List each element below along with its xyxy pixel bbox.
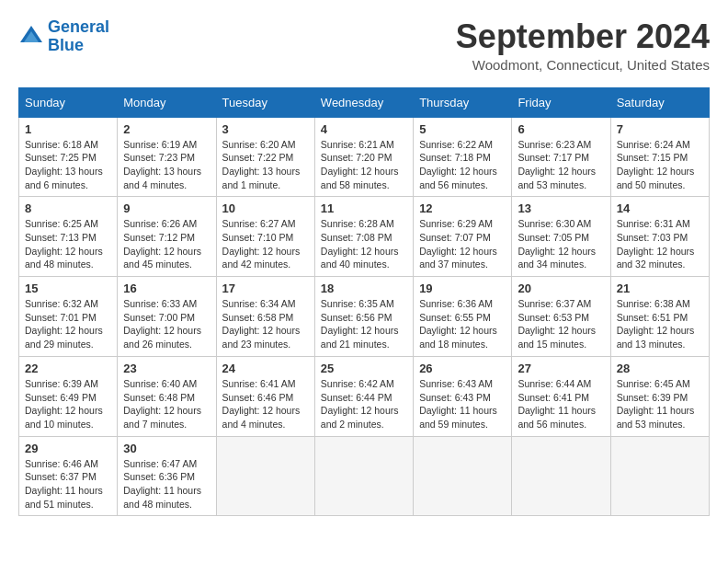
day-header-tuesday: Tuesday — [216, 87, 314, 117]
calendar-cell: 23Sunrise: 6:40 AM Sunset: 6:48 PM Dayli… — [118, 356, 216, 436]
day-number: 15 — [25, 282, 111, 295]
day-number: 17 — [222, 282, 309, 295]
calendar-cell: 10Sunrise: 6:27 AM Sunset: 7:10 PM Dayli… — [216, 197, 314, 277]
calendar-cell: 14Sunrise: 6:31 AM Sunset: 7:03 PM Dayli… — [610, 197, 709, 277]
day-number: 3 — [222, 122, 309, 136]
day-number: 2 — [123, 122, 210, 136]
day-info: Sunrise: 6:34 AM Sunset: 6:58 PM Dayligh… — [222, 297, 309, 351]
day-number: 5 — [419, 122, 506, 136]
day-info: Sunrise: 6:45 AM Sunset: 6:39 PM Dayligh… — [617, 377, 703, 431]
day-info: Sunrise: 6:23 AM Sunset: 7:17 PM Dayligh… — [518, 138, 604, 192]
day-info: Sunrise: 6:41 AM Sunset: 6:46 PM Dayligh… — [222, 377, 309, 431]
calendar-week-4: 22Sunrise: 6:39 AM Sunset: 6:49 PM Dayli… — [19, 356, 710, 436]
calendar-cell: 25Sunrise: 6:42 AM Sunset: 6:44 PM Dayli… — [314, 356, 413, 436]
day-number: 24 — [222, 362, 309, 375]
day-info: Sunrise: 6:43 AM Sunset: 6:43 PM Dayligh… — [419, 377, 506, 431]
day-info: Sunrise: 6:33 AM Sunset: 7:00 PM Dayligh… — [123, 297, 210, 351]
logo-text: General Blue — [48, 18, 109, 55]
calendar-cell: 6Sunrise: 6:23 AM Sunset: 7:17 PM Daylig… — [512, 117, 610, 197]
day-number: 8 — [25, 201, 111, 215]
day-info: Sunrise: 6:44 AM Sunset: 6:41 PM Dayligh… — [518, 377, 604, 431]
day-number: 25 — [321, 362, 407, 375]
calendar-week-5: 29Sunrise: 6:46 AM Sunset: 6:37 PM Dayli… — [19, 436, 710, 516]
day-header-sunday: Sunday — [19, 87, 118, 117]
day-number: 26 — [419, 362, 506, 375]
day-info: Sunrise: 6:28 AM Sunset: 7:08 PM Dayligh… — [321, 217, 407, 271]
day-number: 23 — [123, 362, 210, 375]
calendar-cell: 20Sunrise: 6:37 AM Sunset: 6:53 PM Dayli… — [512, 277, 610, 357]
day-header-friday: Friday — [512, 87, 610, 117]
day-number: 4 — [321, 122, 407, 136]
calendar-cell: 28Sunrise: 6:45 AM Sunset: 6:39 PM Dayli… — [610, 356, 709, 436]
day-info: Sunrise: 6:32 AM Sunset: 7:01 PM Dayligh… — [25, 297, 111, 351]
day-info: Sunrise: 6:31 AM Sunset: 7:03 PM Dayligh… — [617, 217, 703, 271]
day-info: Sunrise: 6:19 AM Sunset: 7:23 PM Dayligh… — [123, 138, 210, 192]
day-header-wednesday: Wednesday — [314, 87, 413, 117]
calendar-cell: 3Sunrise: 6:20 AM Sunset: 7:22 PM Daylig… — [216, 117, 314, 197]
month-title: September 2024 — [456, 18, 710, 55]
calendar-cell: 15Sunrise: 6:32 AM Sunset: 7:01 PM Dayli… — [19, 277, 118, 357]
day-number: 20 — [518, 282, 604, 295]
day-info: Sunrise: 6:38 AM Sunset: 6:51 PM Dayligh… — [617, 297, 703, 351]
calendar-cell: 11Sunrise: 6:28 AM Sunset: 7:08 PM Dayli… — [314, 197, 413, 277]
day-header-saturday: Saturday — [610, 87, 709, 117]
day-number: 28 — [617, 362, 703, 375]
calendar-cell: 27Sunrise: 6:44 AM Sunset: 6:41 PM Dayli… — [512, 356, 610, 436]
calendar-week-1: 1Sunrise: 6:18 AM Sunset: 7:25 PM Daylig… — [19, 117, 710, 197]
day-number: 9 — [123, 201, 210, 215]
day-info: Sunrise: 6:46 AM Sunset: 6:37 PM Dayligh… — [25, 457, 111, 511]
calendar-cell: 8Sunrise: 6:25 AM Sunset: 7:13 PM Daylig… — [19, 197, 118, 277]
logo-icon — [18, 24, 44, 50]
calendar-cell — [216, 436, 314, 516]
calendar-cell: 16Sunrise: 6:33 AM Sunset: 7:00 PM Dayli… — [118, 277, 216, 357]
calendar-cell: 29Sunrise: 6:46 AM Sunset: 6:37 PM Dayli… — [19, 436, 118, 516]
calendar-cell — [414, 436, 512, 516]
day-number: 14 — [617, 201, 703, 215]
calendar-cell: 2Sunrise: 6:19 AM Sunset: 7:23 PM Daylig… — [118, 117, 216, 197]
day-info: Sunrise: 6:42 AM Sunset: 6:44 PM Dayligh… — [321, 377, 407, 431]
day-info: Sunrise: 6:18 AM Sunset: 7:25 PM Dayligh… — [25, 138, 111, 192]
day-info: Sunrise: 6:20 AM Sunset: 7:22 PM Dayligh… — [222, 138, 309, 192]
day-number: 13 — [518, 201, 604, 215]
day-info: Sunrise: 6:29 AM Sunset: 7:07 PM Dayligh… — [419, 217, 506, 271]
day-number: 11 — [321, 201, 407, 215]
day-number: 29 — [25, 442, 111, 455]
day-number: 19 — [419, 282, 506, 295]
day-number: 27 — [518, 362, 604, 375]
day-info: Sunrise: 6:25 AM Sunset: 7:13 PM Dayligh… — [25, 217, 111, 271]
calendar-cell: 13Sunrise: 6:30 AM Sunset: 7:05 PM Dayli… — [512, 197, 610, 277]
day-number: 30 — [123, 442, 210, 455]
calendar-table: SundayMondayTuesdayWednesdayThursdayFrid… — [18, 87, 710, 517]
calendar-cell: 24Sunrise: 6:41 AM Sunset: 6:46 PM Dayli… — [216, 356, 314, 436]
day-info: Sunrise: 6:24 AM Sunset: 7:15 PM Dayligh… — [617, 138, 703, 192]
day-info: Sunrise: 6:22 AM Sunset: 7:18 PM Dayligh… — [419, 138, 506, 192]
day-info: Sunrise: 6:47 AM Sunset: 6:36 PM Dayligh… — [123, 457, 210, 511]
calendar-cell — [314, 436, 413, 516]
day-number: 16 — [123, 282, 210, 295]
page-header: General Blue September 2024 Woodmont, Co… — [18, 18, 710, 73]
calendar-cell: 5Sunrise: 6:22 AM Sunset: 7:18 PM Daylig… — [414, 117, 512, 197]
day-number: 7 — [617, 122, 703, 136]
day-info: Sunrise: 6:30 AM Sunset: 7:05 PM Dayligh… — [518, 217, 604, 271]
calendar-cell: 30Sunrise: 6:47 AM Sunset: 6:36 PM Dayli… — [118, 436, 216, 516]
day-info: Sunrise: 6:26 AM Sunset: 7:12 PM Dayligh… — [123, 217, 210, 271]
day-number: 22 — [25, 362, 111, 375]
day-info: Sunrise: 6:36 AM Sunset: 6:55 PM Dayligh… — [419, 297, 506, 351]
day-number: 12 — [419, 201, 506, 215]
day-info: Sunrise: 6:37 AM Sunset: 6:53 PM Dayligh… — [518, 297, 604, 351]
calendar-cell: 19Sunrise: 6:36 AM Sunset: 6:55 PM Dayli… — [414, 277, 512, 357]
day-header-thursday: Thursday — [414, 87, 512, 117]
day-info: Sunrise: 6:40 AM Sunset: 6:48 PM Dayligh… — [123, 377, 210, 431]
day-number: 6 — [518, 122, 604, 136]
day-info: Sunrise: 6:21 AM Sunset: 7:20 PM Dayligh… — [321, 138, 407, 192]
calendar-week-3: 15Sunrise: 6:32 AM Sunset: 7:01 PM Dayli… — [19, 277, 710, 357]
calendar-cell: 4Sunrise: 6:21 AM Sunset: 7:20 PM Daylig… — [314, 117, 413, 197]
day-info: Sunrise: 6:39 AM Sunset: 6:49 PM Dayligh… — [25, 377, 111, 431]
calendar-cell: 22Sunrise: 6:39 AM Sunset: 6:49 PM Dayli… — [19, 356, 118, 436]
day-number: 18 — [321, 282, 407, 295]
calendar-cell: 9Sunrise: 6:26 AM Sunset: 7:12 PM Daylig… — [118, 197, 216, 277]
logo: General Blue — [18, 18, 109, 55]
day-number: 10 — [222, 201, 309, 215]
calendar-cell: 21Sunrise: 6:38 AM Sunset: 6:51 PM Dayli… — [610, 277, 709, 357]
calendar-cell: 17Sunrise: 6:34 AM Sunset: 6:58 PM Dayli… — [216, 277, 314, 357]
